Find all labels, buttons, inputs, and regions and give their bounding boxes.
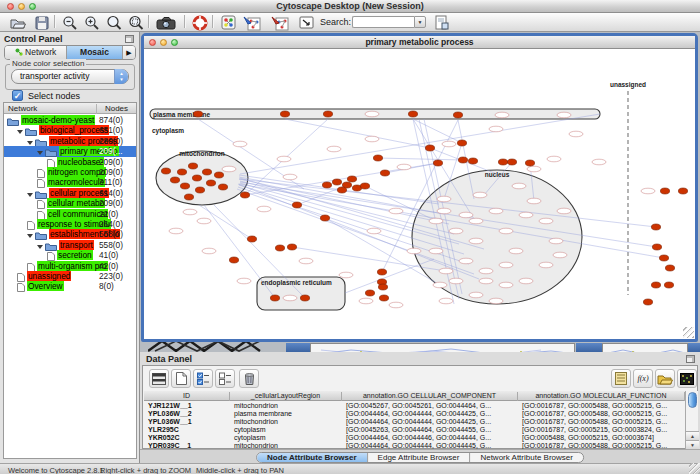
tree-row-metabolic-process[interactable]: metabolic process280(0) [4, 136, 136, 146]
network-node[interactable] [495, 112, 509, 118]
network-node[interactable] [379, 295, 388, 301]
network-node[interactable] [407, 248, 421, 254]
background-network-window[interactable] [602, 343, 688, 352]
network-node[interactable] [283, 295, 297, 301]
network-node[interactable] [433, 160, 442, 166]
tab-node-attribute-browser[interactable]: Node Attribute Browser [257, 453, 368, 462]
network-node[interactable] [678, 188, 687, 194]
network-node[interactable] [479, 268, 493, 274]
network-node[interactable] [323, 111, 332, 117]
function-builder-button[interactable]: f(x) [633, 369, 653, 388]
search-input[interactable] [352, 16, 414, 28]
network-node[interactable] [195, 187, 204, 193]
network-node[interactable] [457, 140, 466, 146]
network-node[interactable] [161, 168, 170, 174]
attribute-matrix-button[interactable] [677, 369, 697, 388]
network-node[interactable] [365, 111, 379, 117]
network-node[interactable] [651, 282, 660, 288]
network-node[interactable] [188, 163, 197, 169]
network-node[interactable] [229, 257, 238, 263]
combo-stepper-icon[interactable]: ▲▼ [114, 69, 128, 84]
table-row-ylr295c[interactable]: YLR295Ccytoplasm[GO:0045263, GO:0044464,… [144, 426, 685, 434]
attribute-grid-button[interactable] [149, 369, 169, 388]
table-scrollbar[interactable]: ▲ ▼ [685, 391, 698, 449]
network-node[interactable] [177, 169, 186, 175]
select-nodes-checkbox[interactable]: ✓ [12, 90, 23, 101]
network-node[interactable] [277, 156, 291, 162]
network-node[interactable] [389, 208, 403, 214]
edit-network-blue-button[interactable] [240, 14, 264, 31]
expander-icon[interactable] [17, 130, 23, 134]
network-node[interactable] [499, 282, 513, 288]
window-resize-grip[interactable] [683, 327, 694, 338]
network-node[interactable] [651, 224, 660, 230]
network-node[interactable] [378, 284, 387, 290]
import-attributes-button[interactable] [655, 369, 675, 388]
network-node[interactable] [373, 155, 382, 161]
expander-icon[interactable] [27, 234, 33, 238]
edit-network-red-button[interactable] [268, 14, 292, 31]
network-node[interactable] [433, 282, 447, 288]
network-edge[interactable] [285, 119, 430, 148]
network-node[interactable] [547, 156, 561, 162]
network-node[interactable] [429, 248, 443, 254]
network-node[interactable] [360, 183, 369, 189]
open-button[interactable] [8, 14, 28, 31]
zoom-selected-button[interactable] [126, 14, 146, 31]
network-canvas[interactable]: plasma membranecytoplasmmitochondrionnuc… [144, 49, 695, 339]
network-node[interactable] [389, 302, 403, 308]
tree-row-establishment-of-lo[interactable]: establishment of lo558(0) [4, 229, 136, 239]
network-node[interactable] [660, 188, 669, 194]
network-node[interactable] [525, 160, 534, 166]
more-tabs-button[interactable]: ▶ [123, 46, 135, 59]
network-node[interactable] [469, 238, 483, 244]
network-node[interactable] [180, 183, 189, 189]
network-node[interactable] [489, 126, 503, 132]
float-panel-icon[interactable] [125, 35, 134, 43]
network-node[interactable] [643, 299, 652, 305]
network-node[interactable] [479, 278, 493, 284]
network-node[interactable] [665, 265, 674, 271]
network-node[interactable] [292, 202, 301, 208]
network-node[interactable] [652, 244, 661, 250]
table-column-header[interactable]: annotation.GO MOLECULAR_FUNCTION [518, 392, 685, 401]
select-attributes-button[interactable] [193, 369, 213, 388]
search-options-button[interactable] [432, 14, 452, 31]
table-column-header[interactable]: annotation.GO CELLULAR_COMPONENT [342, 392, 518, 401]
scroll-up-button[interactable]: ▲ [686, 431, 699, 440]
network-node[interactable] [439, 298, 453, 304]
network-node[interactable] [437, 196, 451, 202]
network-node[interactable] [347, 176, 356, 182]
snapshot-button[interactable] [154, 14, 178, 31]
vizmapper-button[interactable] [218, 14, 238, 31]
network-node[interactable] [377, 269, 386, 275]
network-node[interactable] [549, 238, 563, 244]
network-node[interactable] [332, 179, 341, 185]
network-node[interactable] [202, 169, 211, 175]
network-node[interactable] [557, 208, 571, 214]
tree-row-transport[interactable]: transport558(0) [4, 240, 136, 250]
table-row-ypl036w__2[interactable]: YPL036W__2plasma membrane[GO:0044464, GO… [144, 410, 685, 418]
network-node[interactable] [449, 278, 463, 284]
network-node[interactable] [553, 252, 567, 258]
network-node[interactable] [429, 218, 443, 224]
network-node[interactable] [367, 228, 381, 234]
table-row-ykr052c[interactable]: YKR052Ccytoplasm[GO:0044464, GO:0044446,… [144, 434, 685, 442]
attribute-select[interactable]: transporter activity ▲▼ [11, 69, 129, 84]
network-node[interactable] [527, 198, 541, 204]
tab-mosaic[interactable]: Mosaic [67, 46, 123, 59]
network-node[interactable] [569, 131, 583, 137]
zoom-out-button[interactable] [60, 14, 80, 31]
network-node[interactable] [527, 166, 541, 172]
expander-icon[interactable] [37, 151, 43, 155]
network-node[interactable] [183, 209, 197, 215]
network-node[interactable] [337, 187, 346, 193]
network-node[interactable] [453, 112, 462, 118]
network-node[interactable] [437, 208, 451, 214]
tab-edge-attribute-browser[interactable]: Edge Attribute Browser [368, 453, 471, 462]
tree-row-primary-metabo[interactable]: primary metabo209(... [4, 146, 136, 156]
expander-icon[interactable] [27, 193, 33, 197]
unselect-attributes-button[interactable] [215, 369, 235, 388]
network-node[interactable] [233, 141, 247, 147]
network-node[interactable] [489, 298, 503, 304]
